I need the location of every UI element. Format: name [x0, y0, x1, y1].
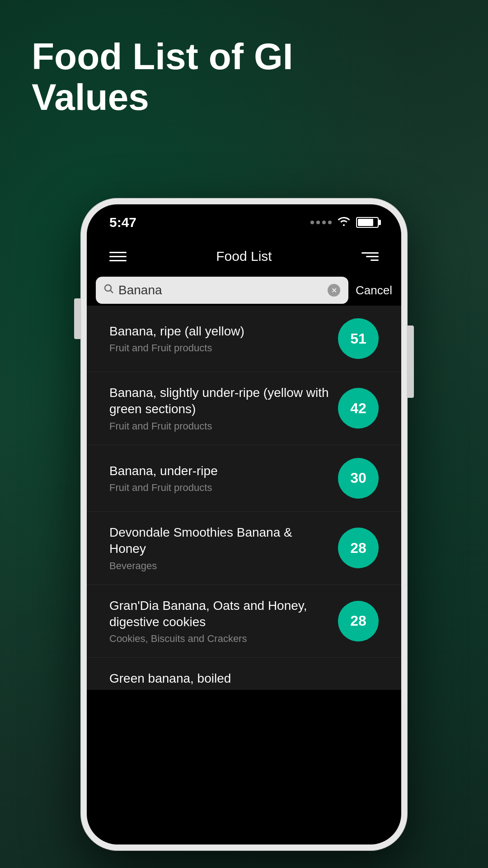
food-list-item[interactable]: Gran'Dia Banana, Oats and Honey, digesti…: [87, 585, 401, 658]
search-bar[interactable]: ✕: [96, 277, 348, 304]
food-list-item[interactable]: Devondale Smoothies Banana & Honey Bever…: [87, 512, 401, 585]
search-clear-button[interactable]: ✕: [328, 284, 340, 297]
phone-frame: 5:47: [81, 199, 407, 850]
food-name: Green banana, boiled: [109, 670, 379, 687]
food-category: Beverages: [109, 560, 329, 572]
svg-point-0: [105, 285, 111, 291]
hero-title: Food List of GI Values: [32, 36, 348, 118]
battery-fill: [358, 219, 373, 226]
filter-line-2: [366, 256, 379, 257]
food-name: Devondale Smoothies Banana & Honey: [109, 524, 329, 557]
phone-container: 5:47: [81, 199, 407, 850]
food-name: Banana, slightly under-ripe (yellow with…: [109, 385, 329, 418]
search-input[interactable]: [118, 283, 323, 297]
svg-line-1: [110, 290, 113, 293]
food-list-inner: Banana, ripe (all yellow) Fruit and Frui…: [87, 306, 401, 690]
food-item-info: Devondale Smoothies Banana & Honey Bever…: [109, 524, 329, 572]
wifi-icon: [337, 216, 351, 229]
status-time: 5:47: [109, 215, 136, 230]
status-icons: [310, 216, 379, 229]
food-list-item-partial[interactable]: Green banana, boiled: [87, 658, 401, 689]
food-category: Cookies, Biscuits and Crackers: [109, 633, 329, 645]
gi-value-badge: 42: [338, 388, 379, 429]
food-list: Banana, ripe (all yellow) Fruit and Frui…: [87, 306, 401, 844]
food-item-info: Banana, slightly under-ripe (yellow with…: [109, 385, 329, 432]
food-category: Fruit and Fruit products: [109, 482, 329, 494]
filter-line-1: [361, 252, 379, 254]
food-list-item[interactable]: Banana, under-ripe Fruit and Fruit produ…: [87, 445, 401, 512]
signal-dot-3: [322, 221, 326, 224]
menu-button[interactable]: [109, 252, 127, 261]
battery-icon: [356, 217, 379, 228]
signal-dots: [310, 221, 332, 224]
signal-dot-1: [310, 221, 314, 224]
filter-line-3: [371, 259, 379, 261]
food-item-info: Banana, under-ripe Fruit and Fruit produ…: [109, 463, 329, 494]
search-cancel-button[interactable]: Cancel: [356, 283, 392, 297]
signal-dot-4: [328, 221, 332, 224]
food-list-item[interactable]: Banana, slightly under-ripe (yellow with…: [87, 372, 401, 445]
gi-value-badge: 30: [338, 458, 379, 499]
food-list-item[interactable]: Banana, ripe (all yellow) Fruit and Frui…: [87, 306, 401, 372]
nav-title: Food List: [216, 249, 272, 264]
food-name: Banana, ripe (all yellow): [109, 323, 329, 340]
food-name: Banana, under-ripe: [109, 463, 329, 479]
navigation-bar: Food List: [87, 236, 401, 277]
food-category: Fruit and Fruit products: [109, 420, 329, 432]
signal-dot-2: [316, 221, 320, 224]
food-item-info: Gran'Dia Banana, Oats and Honey, digesti…: [109, 598, 329, 645]
filter-button[interactable]: [361, 252, 379, 261]
dynamic-island: [208, 213, 280, 231]
food-item-info: Green banana, boiled: [109, 670, 379, 689]
food-item-info: Banana, ripe (all yellow) Fruit and Frui…: [109, 323, 329, 354]
phone-inner: 5:47: [87, 204, 401, 844]
menu-line-1: [109, 252, 127, 253]
search-icon: [104, 284, 114, 297]
phone-content: 5:47: [87, 204, 401, 844]
search-container: ✕ Cancel: [87, 277, 401, 304]
menu-line-3: [109, 260, 127, 261]
food-category: Fruit and Fruit products: [109, 342, 329, 354]
gi-value-badge: 28: [338, 601, 379, 642]
food-name: Gran'Dia Banana, Oats and Honey, digesti…: [109, 598, 329, 631]
gi-value-badge: 51: [338, 318, 379, 359]
menu-line-2: [109, 256, 127, 257]
gi-value-badge: 28: [338, 528, 379, 568]
